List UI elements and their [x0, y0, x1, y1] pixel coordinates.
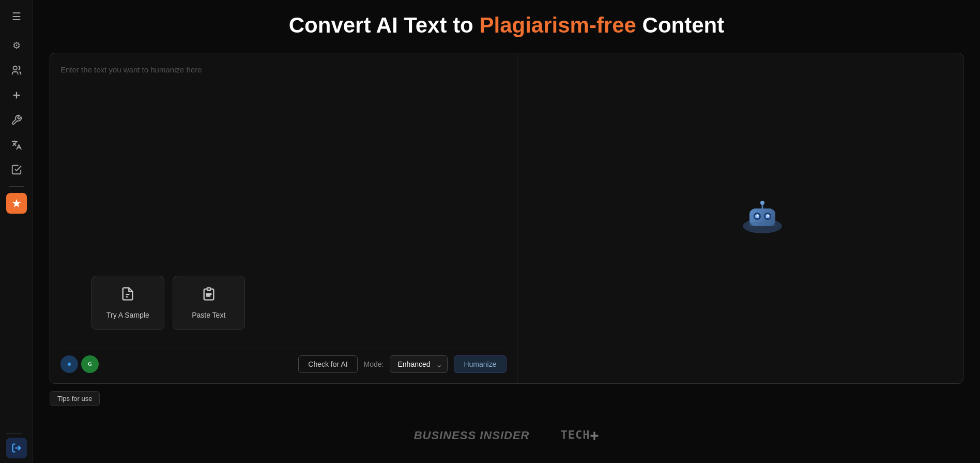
paste-text-card[interactable]: Paste Text	[173, 276, 245, 330]
svg-point-10	[68, 364, 70, 365]
sidebar-item-checklist[interactable]	[6, 159, 27, 180]
brands-bar: BUSINESS INSIDER TECH+	[50, 419, 963, 452]
tips-button[interactable]: Tips for use	[50, 391, 100, 406]
check-badge	[60, 355, 78, 373]
svg-rect-8	[206, 296, 210, 296]
sidebar-divider	[9, 186, 24, 187]
sample-cards: Try A Sample Paste Text	[91, 276, 507, 330]
input-panel: Try A Sample Paste Text	[50, 53, 517, 383]
robot-illustration	[739, 199, 786, 237]
svg-point-20	[757, 215, 758, 217]
sample-card-label: Try A Sample	[106, 311, 149, 319]
svg-text:G: G	[88, 362, 92, 367]
svg-rect-24	[749, 222, 775, 226]
page-title: Convert AI Text to Plagiarism-free Conte…	[50, 12, 963, 38]
svg-point-0	[13, 66, 17, 70]
svg-point-23	[760, 201, 764, 205]
sidebar-item-logout[interactable]	[6, 438, 27, 458]
menu-icon[interactable]: ☰	[6, 6, 27, 27]
svg-point-21	[767, 215, 769, 217]
brand-techcrunch: TECH+	[560, 427, 599, 444]
sidebar-item-users[interactable]	[6, 60, 27, 81]
sidebar-divider-bottom	[6, 433, 22, 434]
sidebar-item-translate[interactable]	[6, 135, 27, 155]
grammarly-badge: G	[81, 355, 99, 373]
try-sample-card[interactable]: Try A Sample	[91, 276, 164, 330]
action-row: Check for AI Mode: Enhanced Standard Cre…	[298, 355, 506, 373]
title-highlight: Plagiarism-free	[479, 13, 636, 37]
mode-select[interactable]: Enhanced Standard Creative Formal	[390, 355, 448, 373]
sidebar-item-settings[interactable]: ⚙	[6, 35, 27, 56]
editor-container: Try A Sample Paste Text	[50, 53, 963, 384]
main-content: Convert AI Text to Plagiarism-free Conte…	[33, 0, 980, 463]
svg-rect-7	[206, 294, 211, 294]
input-bottom-bar: G Check for AI Mode: Enhanced Standard C…	[60, 349, 507, 373]
check-ai-button[interactable]: Check for AI	[298, 355, 357, 373]
mode-label: Mode:	[364, 360, 384, 368]
sidebar-bottom	[6, 431, 27, 458]
paste-icon	[202, 287, 216, 305]
sample-icon	[120, 287, 135, 305]
sidebar-item-sparkle[interactable]	[6, 193, 27, 214]
svg-rect-6	[207, 288, 210, 291]
sidebar: ☰ ⚙	[0, 0, 33, 463]
title-part1: Convert AI Text to	[289, 13, 480, 37]
brand-business-insider: BUSINESS INSIDER	[414, 429, 530, 442]
tips-bar: Tips for use	[50, 391, 963, 406]
title-part2: Content	[636, 13, 724, 37]
text-input[interactable]	[60, 64, 507, 245]
sidebar-item-tools[interactable]	[6, 110, 27, 130]
paste-card-label: Paste Text	[192, 311, 225, 319]
humanize-button[interactable]: Humanize	[454, 355, 506, 373]
sidebar-item-add[interactable]	[6, 85, 27, 106]
mode-wrapper: Enhanced Standard Creative Formal	[390, 355, 448, 373]
integration-icons: G	[60, 355, 99, 373]
output-panel	[517, 53, 963, 383]
